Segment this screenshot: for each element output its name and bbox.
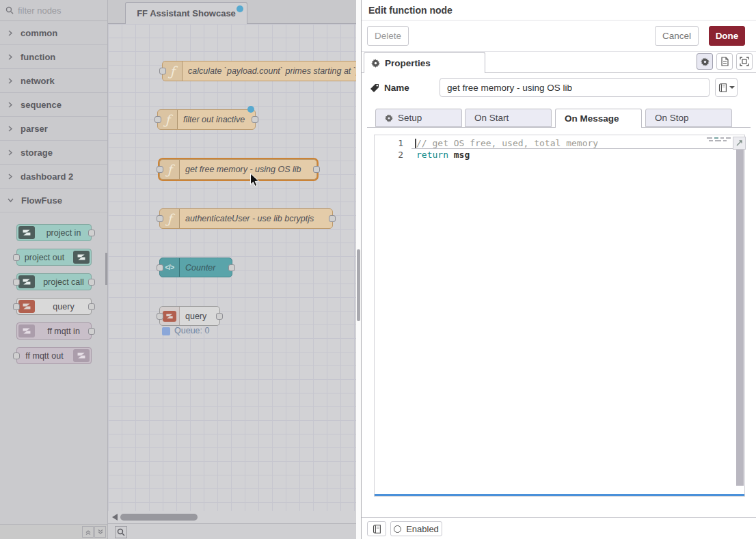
expand-all-button[interactable] bbox=[94, 526, 106, 538]
node-output-port[interactable] bbox=[88, 230, 95, 236]
search-icon bbox=[5, 6, 14, 14]
palette-scrollbar[interactable] bbox=[105, 253, 107, 285]
node-input-port[interactable] bbox=[13, 254, 20, 261]
palette-search[interactable]: filter nodes bbox=[0, 0, 107, 21]
done-button[interactable]: Done bbox=[709, 26, 745, 46]
editor-minimap bbox=[707, 137, 731, 143]
tab-properties[interactable]: Properties bbox=[364, 52, 485, 73]
node-input-port[interactable] bbox=[13, 303, 20, 310]
canvas-footer bbox=[108, 523, 356, 539]
flowfuse-icon bbox=[73, 251, 90, 264]
node-output-port[interactable] bbox=[252, 116, 258, 123]
palette-search-placeholder: filter nodes bbox=[18, 5, 62, 16]
flow-node-authenticate-user[interactable]: ƒ authenticateUser - use lib bcryptjs bbox=[159, 208, 333, 229]
flowfuse-icon bbox=[18, 324, 35, 337]
palette-node-project-in[interactable]: project in bbox=[16, 224, 92, 241]
code-line-1: // get OS free, used, total memory bbox=[416, 138, 598, 148]
appearance-view-button[interactable] bbox=[736, 53, 753, 70]
node-output-port[interactable] bbox=[88, 279, 95, 286]
palette-node-project-out[interactable]: project out bbox=[16, 249, 92, 266]
palette-category-function[interactable]: function bbox=[0, 45, 107, 69]
palette-category-network[interactable]: network bbox=[0, 69, 107, 93]
node-input-port[interactable] bbox=[159, 68, 166, 74]
palette-category-storage[interactable]: storage bbox=[0, 141, 107, 165]
dialog-tabrow: Properties bbox=[362, 52, 756, 73]
workspace-tab[interactable]: FF Assistant Showcase bbox=[125, 2, 247, 24]
description-view-button[interactable] bbox=[716, 53, 733, 70]
hscroll-thumb[interactable] bbox=[120, 514, 198, 521]
node-input-port[interactable] bbox=[13, 279, 20, 286]
chevron-right-icon bbox=[8, 30, 13, 36]
edit-function-node-dialog: Edit function node Delete Cancel Done Pr… bbox=[361, 0, 756, 539]
cancel-button[interactable]: Cancel bbox=[655, 26, 699, 46]
node-output-port[interactable] bbox=[88, 303, 95, 310]
editor-resize-bar[interactable] bbox=[375, 494, 744, 496]
active-line-underline bbox=[411, 148, 738, 149]
gear-icon bbox=[371, 59, 380, 68]
code-editor[interactable]: 1 2 // get OS free, used, total memory r… bbox=[374, 135, 745, 497]
node-status-dot bbox=[162, 327, 170, 335]
flow-node-filter-out-inactive[interactable]: ƒ filter out inactive bbox=[157, 109, 256, 130]
palette-node-ff-mqtt-out[interactable]: ff mqtt out bbox=[16, 347, 92, 364]
flow-node-query[interactable]: query bbox=[159, 306, 220, 326]
tab-on-stop[interactable]: On Stop bbox=[645, 109, 732, 127]
chevron-right-icon bbox=[8, 102, 13, 108]
magnifier-icon bbox=[117, 528, 125, 536]
properties-view-button[interactable] bbox=[697, 53, 713, 70]
name-label: Name bbox=[370, 83, 409, 93]
enabled-ring-icon bbox=[394, 525, 401, 533]
search-flows-button[interactable] bbox=[115, 526, 127, 538]
canvas-vscrollbar[interactable] bbox=[356, 0, 361, 539]
flowfuse-icon bbox=[18, 275, 35, 288]
node-input-port[interactable] bbox=[157, 215, 163, 222]
unsaved-changes-dot bbox=[237, 5, 243, 12]
line-number: 2 bbox=[375, 150, 403, 160]
collapse-all-button[interactable] bbox=[82, 526, 94, 538]
flow-node-calculate-primes[interactable]: ƒ calculate `payload.count` primes start… bbox=[162, 61, 356, 81]
expand-icon bbox=[735, 139, 743, 147]
expand-editor-button[interactable] bbox=[733, 137, 746, 150]
flow-node-get-free-memory[interactable]: ƒ get free memory - using OS lib bbox=[159, 159, 317, 180]
palette-category-sequence[interactable]: sequence bbox=[0, 93, 107, 117]
node-input-port[interactable] bbox=[157, 264, 163, 271]
enabled-toggle-button[interactable]: Enabled bbox=[390, 521, 442, 536]
chevron-right-icon bbox=[8, 78, 13, 84]
tab-setup[interactable]: Setup bbox=[375, 109, 462, 127]
tab-on-message[interactable]: On Message bbox=[555, 109, 642, 128]
mouse-cursor bbox=[249, 173, 260, 188]
vscroll-thumb[interactable] bbox=[357, 249, 360, 321]
hscroll-left-arrow[interactable] bbox=[112, 514, 118, 521]
palette-node-project-call[interactable]: project call bbox=[16, 273, 92, 290]
library-button[interactable] bbox=[715, 78, 738, 97]
palette-category-common[interactable]: common bbox=[0, 21, 107, 45]
name-input[interactable] bbox=[440, 78, 710, 97]
line-number: 1 bbox=[375, 138, 403, 148]
node-output-port[interactable] bbox=[313, 166, 320, 173]
node-output-port[interactable] bbox=[216, 313, 223, 320]
flow-node-counter[interactable]: </> Counter bbox=[159, 258, 232, 277]
flowfuse-icon bbox=[18, 300, 35, 313]
node-output-port[interactable] bbox=[88, 328, 95, 335]
node-output-port[interactable] bbox=[228, 264, 235, 271]
node-input-port[interactable] bbox=[157, 313, 163, 320]
palette-category-parser[interactable]: parser bbox=[0, 117, 107, 141]
node-input-port[interactable] bbox=[154, 116, 161, 123]
palette-node-ff-mqtt-in[interactable]: ff mqtt in bbox=[16, 322, 92, 340]
tab-on-start[interactable]: On Start bbox=[465, 109, 552, 127]
appearance-icon bbox=[740, 57, 749, 66]
library-footer-button[interactable] bbox=[367, 521, 386, 536]
node-input-port[interactable] bbox=[157, 166, 163, 173]
caret-down-icon bbox=[729, 86, 735, 89]
node-output-port[interactable] bbox=[329, 215, 336, 222]
node-input-port[interactable] bbox=[13, 353, 20, 359]
palette-node-query[interactable]: query bbox=[16, 298, 92, 315]
delete-button[interactable]: Delete bbox=[367, 26, 409, 46]
chevron-right-icon bbox=[8, 174, 13, 180]
palette-category-dashboard2[interactable]: dashboard 2 bbox=[0, 165, 107, 189]
chevron-down-icon bbox=[8, 197, 14, 203]
workspace-tabbar: FF Assistant Showcase bbox=[108, 0, 356, 24]
palette-category-flowfuse[interactable]: FlowFuse bbox=[0, 189, 107, 212]
editor-scrollbar[interactable] bbox=[736, 150, 744, 486]
flow-canvas[interactable]: FF Assistant Showcase ƒ calculate `paylo… bbox=[108, 0, 356, 539]
flowfuse-icon bbox=[18, 226, 35, 239]
